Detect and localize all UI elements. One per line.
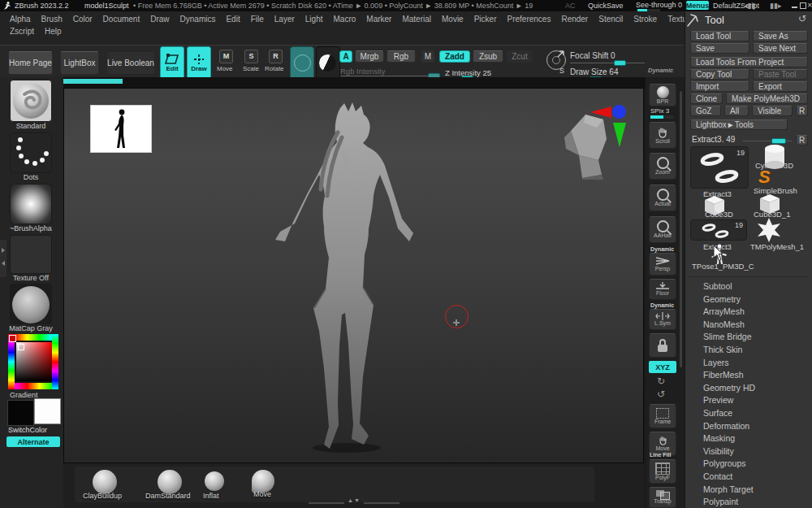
current-stroke-thumbnail[interactable] [10, 132, 52, 173]
right-shelf-scrollbar[interactable] [680, 91, 682, 367]
main-color-swatch[interactable] [7, 400, 34, 426]
scroll-button[interactable]: Scroll [649, 122, 676, 149]
edit-button[interactable]: Edit [160, 46, 184, 79]
color-picker[interactable] [8, 334, 58, 389]
tool-item-tmpolymesh[interactable] [755, 218, 788, 241]
switchcolor-label[interactable]: SwitchColor [8, 426, 60, 434]
menu-zscript[interactable]: Zscript [10, 27, 34, 36]
quicksave-button[interactable]: QuickSave [588, 2, 624, 10]
quick-brush-inflat[interactable]: Inflat [190, 470, 239, 502]
close-button[interactable]: × [807, 0, 812, 10]
menu-marker[interactable]: Marker [366, 15, 391, 24]
menus-toggle[interactable]: Menus [686, 1, 709, 10]
section-polypaint[interactable]: Polypaint [703, 497, 755, 506]
rotate-button[interactable]: R Rotate [262, 49, 287, 77]
lightbox-tools-button[interactable]: Lightbox►Tools [690, 119, 788, 130]
focal-shift-slider[interactable] [570, 63, 645, 63]
zadd-button[interactable]: Zadd [439, 50, 470, 63]
menu-picker[interactable]: Picker [474, 15, 497, 24]
tool-item-simplebrush[interactable]: S [758, 167, 791, 186]
left-tray-collapse[interactable] [0, 240, 6, 277]
quick-brush-move[interactable]: Move [240, 468, 289, 502]
scale-button[interactable]: S Scale [240, 49, 262, 77]
section-deformation[interactable]: Deformation [703, 422, 755, 430]
menu-material[interactable]: Material [402, 15, 431, 24]
actual-button[interactable]: Actual [649, 185, 676, 211]
menu-layer[interactable]: Layer [274, 15, 295, 24]
menu-edit[interactable]: Edit [226, 15, 240, 24]
section-slime-bridge[interactable]: Slime Bridge [703, 332, 755, 341]
transp-button[interactable]: Transp [649, 487, 676, 508]
goz-button[interactable]: GoZ [690, 106, 721, 116]
xyz-button[interactable]: XYZ [649, 361, 676, 373]
section-geometry-hd[interactable]: Geometry HD [703, 384, 755, 392]
save-button[interactable]: Save [690, 43, 749, 54]
dock-right-icon[interactable]: ▮▮▸ [770, 2, 781, 10]
tool-palette-title[interactable]: Tool [705, 14, 724, 26]
menu-file[interactable]: File [251, 15, 264, 24]
current-material-thumbnail[interactable] [10, 284, 52, 324]
quick-brush-claybuildup[interactable]: ClayBuildup [81, 468, 133, 502]
menu-light[interactable]: Light [305, 15, 323, 24]
dynamic-label[interactable]: Dynamic [648, 67, 673, 74]
section-masking[interactable]: Masking [703, 434, 755, 442]
section-fibermesh[interactable]: FiberMesh [703, 371, 755, 379]
bpr-button[interactable]: BPR [649, 84, 676, 106]
current-brush-thumbnail[interactable] [10, 80, 52, 122]
alternate-button[interactable]: Alternate [6, 436, 60, 447]
menu-macro[interactable]: Macro [334, 15, 356, 24]
tray-resize-handle[interactable]: ▲▼ [346, 497, 362, 507]
save-next-button[interactable]: Save Next [753, 43, 808, 54]
menu-brush[interactable]: Brush [41, 15, 63, 24]
section-contact[interactable]: Contact [703, 472, 755, 480]
rgb-intensity-slider[interactable] [340, 76, 438, 76]
secondary-color-swatch[interactable] [34, 398, 61, 424]
menu-movie[interactable]: Movie [442, 15, 464, 24]
extract-slider-label[interactable]: Extract3. 49 [692, 135, 735, 144]
material-current-button[interactable] [290, 46, 314, 80]
current-tool-tile[interactable]: 19 [690, 146, 749, 189]
export-button[interactable]: Export [753, 81, 808, 92]
section-subtool[interactable]: Subtool [703, 282, 755, 290]
dock-left-icon[interactable]: ◂▮▮ [744, 2, 755, 10]
section-morph-target[interactable]: Morph Target [703, 485, 755, 493]
home-page-button[interactable]: Home Page [8, 51, 53, 75]
rotate-y-icon[interactable]: ↻ [657, 376, 665, 387]
load-tool-button[interactable]: Load Tool [690, 31, 749, 41]
menu-render[interactable]: Render [561, 15, 588, 24]
draw-button[interactable]: Draw [187, 46, 211, 79]
load-tools-from-project-button[interactable]: Load Tools From Project [690, 57, 808, 67]
clone-button[interactable]: Clone [690, 93, 723, 104]
menu-help[interactable]: Help [45, 27, 62, 36]
section-visibility[interactable]: Visibility [703, 447, 755, 455]
live-boolean-button[interactable]: Live Boolean [106, 51, 155, 75]
polyf-button[interactable]: PolyF [649, 459, 676, 484]
canvas[interactable] [63, 88, 644, 463]
persp-button[interactable]: Persp [649, 253, 676, 276]
menu-alpha[interactable]: Alpha [10, 15, 31, 24]
move-button[interactable]: M Move [214, 49, 237, 77]
m-button[interactable]: M [421, 50, 434, 63]
lightbox-button[interactable]: LightBox [60, 51, 99, 75]
focal-shift-handle[interactable] [614, 60, 626, 66]
restore-button[interactable] [800, 2, 806, 9]
rotate-z-icon[interactable]: ↺ [657, 389, 665, 400]
goz-r-button[interactable]: R [796, 106, 808, 116]
lsym-button[interactable]: L.Sym [649, 309, 676, 330]
a-toggle[interactable]: A [339, 50, 352, 63]
tool-reset-icon[interactable]: ↺ [798, 13, 806, 24]
section-surface[interactable]: Surface [703, 409, 755, 417]
menu-stroke[interactable]: Stroke [633, 15, 657, 24]
tool-item-extract3-small[interactable]: 19 [690, 219, 747, 241]
make-polymesh3d-button[interactable]: Make PolyMesh3D [726, 93, 808, 104]
seethrough-slider-label[interactable]: See-through 0 [636, 1, 682, 9]
local-button[interactable] [649, 333, 676, 358]
section-arraymesh[interactable]: ArrayMesh [703, 307, 755, 315]
floor-button[interactable]: Floor [649, 279, 676, 300]
picker-icon[interactable] [686, 13, 699, 28]
material-picker-button[interactable] [316, 46, 340, 80]
aahalf-button[interactable]: AAHalf [649, 216, 676, 243]
zoom-button[interactable]: Zoom [649, 153, 676, 180]
zsub-button[interactable]: Zsub [473, 50, 503, 63]
section-preview[interactable]: Preview [703, 396, 755, 404]
